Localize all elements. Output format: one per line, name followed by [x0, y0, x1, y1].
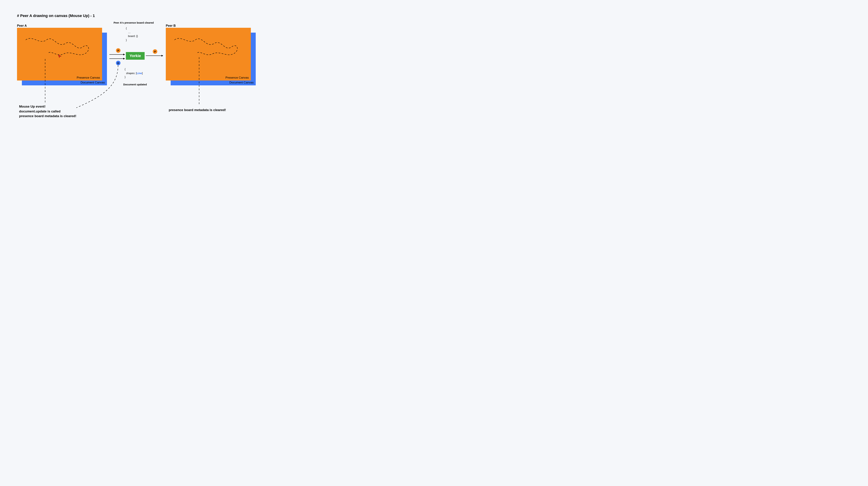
cursor-icon — [58, 54, 62, 58]
yorkie-label: Yorkie — [129, 54, 141, 58]
badge-p-label-right: P — [154, 50, 156, 53]
peer-a-note-line1: Mouse Up event! — [19, 104, 76, 109]
doc-code-link: Line — [136, 72, 142, 75]
arrow-d-to-yorkie — [110, 57, 125, 60]
document-caption: Document updated — [123, 83, 147, 86]
badge-p-label: P — [117, 49, 119, 52]
arrow-yorkie-to-peer-b — [146, 54, 163, 57]
peer-b-canvas-stack: Document Canvas Presence Canvas — [166, 28, 256, 85]
peer-b-note: presence board metadata is cleared! — [169, 107, 226, 112]
peer-b-connector — [199, 57, 199, 106]
badge-d-label: D — [117, 62, 119, 65]
peer-a-note-line2: document.update is called — [19, 109, 76, 114]
peer-b-document-canvas-label: Document Canvas — [229, 81, 254, 84]
peer-b-presence-canvas-label: Presence Canvas — [225, 76, 249, 79]
arrow-p-to-yorkie — [110, 53, 125, 56]
svg-marker-5 — [123, 58, 125, 60]
peer-b-presence-canvas: Presence Canvas — [166, 28, 251, 80]
peer-a-label: Peer A — [17, 24, 27, 28]
peer-a-note-line3: presence board metadata is cleared! — [19, 114, 76, 119]
drawn-line-squiggle — [171, 33, 244, 62]
svg-marker-7 — [161, 55, 163, 57]
document-code: { shapes: [Line] } — [125, 67, 143, 79]
presence-code: { … board: {} } — [126, 26, 138, 42]
yorkie-server: Yorkie — [126, 52, 145, 60]
peer-a-cursor-connector — [45, 59, 45, 103]
peer-b-label: Peer B — [166, 24, 176, 28]
document-badge: D — [116, 61, 121, 65]
peer-a-note: Mouse Up event! document.update is calle… — [19, 104, 76, 119]
presence-badge-left: P — [116, 48, 121, 53]
svg-marker-3 — [123, 54, 125, 55]
diagram-title: # Peer A drawing on canvas (Mouse Up) - … — [17, 13, 95, 18]
presence-badge-right: P — [153, 49, 157, 54]
d-badge-connector — [75, 65, 120, 110]
presence-caption: Peer A's presence board cleared — [111, 21, 156, 24]
doc-code-prefix: { shapes: [ — [125, 68, 136, 75]
